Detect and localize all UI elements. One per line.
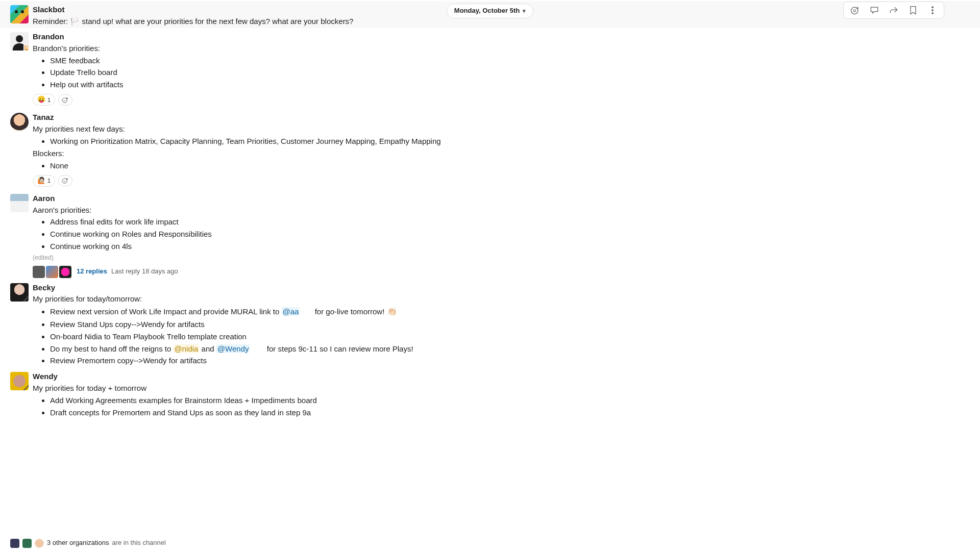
add-reaction-button[interactable] (58, 175, 72, 186)
message-list: Slackbot Reminder: 🏳️ stand up! what are… (0, 0, 980, 440)
bookmark-icon[interactable] (908, 5, 918, 15)
date-divider-pill[interactable]: Monday, October 5th ▾ (447, 4, 533, 18)
list-item: Review next version of Work Life Impact … (50, 305, 939, 318)
org-avatar (22, 539, 32, 548)
bullet-list: Add Working Agreements examples for Brai… (33, 394, 704, 419)
list-item: Do my best to hand off the reigns to @ni… (50, 343, 939, 355)
text-segment: for steps 9c-11 so I can review more Pla… (250, 344, 413, 353)
text-segment: Review next version of Work Life Impact … (50, 307, 282, 316)
message-intro: Brandon's priorities: (33, 43, 704, 54)
mention[interactable]: @nidia (174, 344, 200, 353)
list-item: On-board Nidia to Team Playbook Trello t… (50, 331, 939, 343)
list-item: Add Working Agreements examples for Brai… (50, 394, 704, 407)
reaction-pill[interactable]: 😛 1 (33, 94, 55, 106)
org-avatar (35, 539, 44, 548)
text-segment: for go-live tomorrow! (300, 307, 386, 316)
mention[interactable]: @aa (282, 307, 300, 316)
list-item: Address final edits for work life impact (50, 216, 704, 228)
author-name[interactable]: Wendy (33, 371, 704, 382)
list-item: None (50, 160, 939, 172)
message-tanaz: Tanaz My priorities next few days: Worki… (0, 109, 980, 189)
avatar-badge: B (23, 44, 29, 51)
message-second-label: Blockers: (33, 148, 939, 159)
reactions-row: 😛 1 (33, 94, 704, 106)
svg-point-7 (62, 179, 67, 183)
author-name[interactable]: Becky (33, 282, 939, 293)
avatar-aaron[interactable] (10, 194, 29, 212)
svg-point-1 (853, 10, 854, 10)
thread-summary[interactable]: 12 replies Last reply 18 days ago (33, 266, 704, 278)
list-item: SME feedback (50, 55, 704, 67)
reaction-emoji: 🙋🏻 (37, 176, 45, 186)
message-wendy: Wendy My priorities for today + tomorrow… (0, 368, 980, 420)
edited-label: (edited) (33, 254, 704, 263)
add-reaction-icon[interactable] (850, 5, 860, 15)
thread-icon[interactable] (869, 5, 879, 15)
clap-emoji: 👏🏻 (387, 307, 397, 316)
avatar-tanaz[interactable] (10, 113, 29, 131)
thread-avatar (33, 266, 45, 278)
reaction-count: 1 (47, 177, 51, 185)
list-item: Draft concepts for Premortem and Stand U… (50, 407, 704, 419)
author-name[interactable]: Brandon (33, 31, 704, 42)
chevron-down-icon: ▾ (523, 7, 526, 15)
list-item: Working on Prioritization Matrix, Capaci… (50, 135, 939, 147)
message-intro: My priorities next few days: (33, 123, 939, 135)
thread-avatar (46, 266, 58, 278)
avatar-brandon[interactable]: B (10, 32, 29, 51)
list-item: Update Trello board (50, 66, 704, 79)
svg-point-6 (62, 98, 67, 103)
more-actions-icon[interactable] (927, 5, 938, 15)
footer-strong: 3 other organizations (47, 538, 109, 548)
message-intro: My priorities for today + tomorrow (33, 383, 704, 394)
reaction-emoji: 😛 (37, 95, 45, 105)
list-item: Review Stand Ups copy-->Wendy for artifa… (50, 318, 939, 331)
flag-emoji: 🏳️ (70, 17, 80, 26)
text-segment: Review Premortem copy-->Wendy for artifa… (50, 356, 207, 365)
list-item: Help out with artifacts (50, 79, 704, 91)
reactions-row: 🙋🏻 1 (33, 175, 939, 187)
add-reaction-button[interactable] (58, 94, 72, 106)
text-segment: Do my best to hand off the reigns to (50, 344, 174, 353)
avatar-becky[interactable] (10, 283, 29, 302)
bullet-list: Address final edits for work life impact… (33, 216, 704, 253)
text-segment: Review Stand Ups copy-->Wendy for artifa… (50, 320, 205, 329)
message-intro: My priorities for today/tomorrow: (33, 293, 939, 305)
thread-avatars (33, 266, 72, 278)
svg-point-2 (855, 10, 855, 10)
list-item: Review Premortem copy-->Wendy for artifa… (50, 355, 939, 367)
edit-indicator-icon (23, 296, 29, 302)
svg-point-4 (932, 10, 934, 11)
message-actions-bar (843, 2, 944, 19)
bullet-list: None (33, 160, 939, 172)
svg-point-3 (932, 7, 934, 8)
footer-rest: are in this channel (112, 538, 166, 548)
list-item: Continue working on 4ls (50, 240, 704, 253)
text-segment: stand up! what are your priorities for t… (80, 17, 353, 26)
avatar-wendy[interactable] (10, 372, 29, 390)
text-segment: and (199, 344, 216, 353)
date-label: Monday, October 5th (454, 6, 520, 16)
svg-point-5 (932, 13, 934, 14)
thread-replies-link: 12 replies (77, 267, 107, 277)
bullet-list: SME feedback Update Trello board Help ou… (33, 55, 704, 91)
thread-meta: Last reply 18 days ago (111, 267, 178, 277)
bullet-list: Review next version of Work Life Impact … (33, 305, 939, 367)
reaction-pill[interactable]: 🙋🏻 1 (33, 175, 55, 187)
channel-orgs-footer[interactable]: 3 other organizations are in this channe… (10, 538, 166, 548)
author-name[interactable]: Tanaz (33, 112, 939, 123)
reaction-count: 1 (47, 96, 51, 104)
list-item: Continue working on Roles and Responsibi… (50, 228, 704, 240)
avatar-slackbot[interactable] (10, 5, 29, 23)
message-aaron: Aaron Aaron's priorities: Address final … (0, 190, 980, 279)
edit-indicator-icon (23, 126, 29, 131)
text-segment: On-board Nidia to Team Playbook Trello t… (50, 332, 247, 341)
mention[interactable]: @Wendy (216, 344, 250, 353)
message-brandon: B Brandon Brandon's priorities: SME feed… (0, 28, 980, 109)
bullet-list: Working on Prioritization Matrix, Capaci… (33, 135, 939, 147)
message-becky: Becky My priorities for today/tomorrow: … (0, 279, 980, 368)
author-name[interactable]: Aaron (33, 193, 704, 204)
share-icon[interactable] (889, 5, 899, 15)
edit-indicator-icon (23, 385, 29, 390)
org-avatar (10, 539, 19, 548)
